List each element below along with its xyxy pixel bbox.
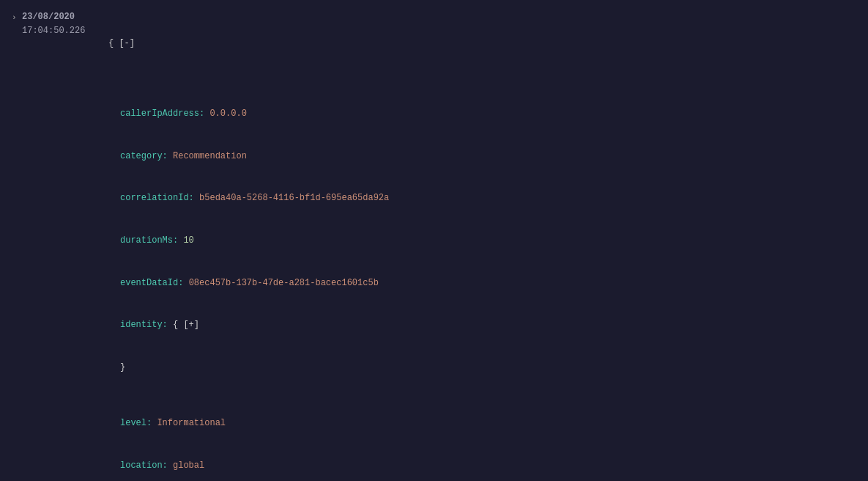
log-body: { [-] callerIpAddress: 0.0.0.0 category:… bbox=[108, 9, 868, 481]
field-location: location: global bbox=[108, 459, 859, 473]
expand-arrow[interactable]: › bbox=[12, 12, 17, 25]
timestamp-row: › 23/08/2020 17:04:50.226 bbox=[7, 10, 85, 38]
field-identity: identity: { [+] bbox=[108, 318, 859, 332]
field-callerIpAddress: callerIpAddress: 0.0.0.0 bbox=[108, 107, 859, 121]
field-correlationId: correlationId: b5eda40a-5268-4116-bf1d-6… bbox=[108, 191, 859, 205]
field-category: category: Recommendation bbox=[108, 150, 859, 164]
log-viewer: › 23/08/2020 17:04:50.226 { [-] callerIp… bbox=[0, 0, 868, 481]
bracket-close1: } bbox=[108, 361, 859, 375]
field-durationMs: durationMs: 10 bbox=[108, 234, 859, 248]
field-level: level: Informational bbox=[108, 416, 859, 430]
log-entry: › 23/08/2020 17:04:50.226 { [-] callerIp… bbox=[0, 6, 868, 481]
log-date: 23/08/2020 bbox=[22, 10, 85, 24]
field-eventDataId: eventDataId: 08ec457b-137b-47de-a281-bac… bbox=[108, 276, 859, 290]
bracket-open: { [-] bbox=[108, 37, 859, 51]
left-gutter: › 23/08/2020 17:04:50.226 bbox=[0, 9, 108, 481]
log-time: 17:04:50.226 bbox=[22, 24, 85, 38]
